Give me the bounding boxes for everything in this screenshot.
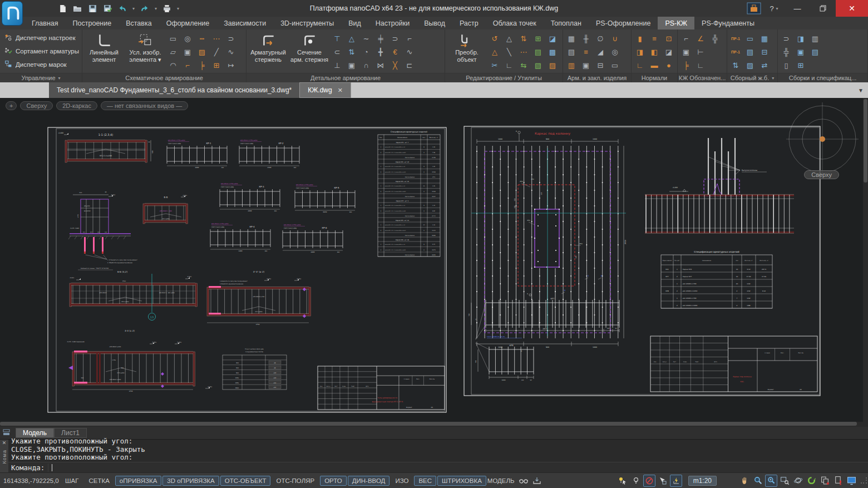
ribbon-tool-icon[interactable]: ⌐ [679, 32, 693, 45]
ribbon-tool-icon[interactable]: ↺ [488, 32, 501, 45]
ribbon-panel-label[interactable]: Арм. и закл. изделия [563, 73, 631, 82]
ribbon-tool-icon[interactable]: ╬ [780, 45, 793, 58]
ribbon-panel-label[interactable]: Сборный ж.б.▾ [727, 73, 777, 82]
ribbon-tool-icon[interactable]: ∩ [359, 58, 373, 72]
ribbon-tool-icon[interactable]: ▤ [743, 45, 757, 58]
status-toggle-ОТС-ОБЪЕКТ[interactable]: ОТС-ОБЪЕКТ [220, 476, 271, 486]
ribbon-tool-icon[interactable]: △ [488, 45, 501, 58]
ribbon-tool-icon[interactable]: ╱ [210, 45, 223, 58]
ribbon-tool-icon[interactable]: ⇅ [729, 58, 742, 72]
ribbon-tool-icon[interactable]: ◠ [166, 58, 180, 72]
ribbon-tool-icon[interactable]: ⊃ [388, 32, 402, 45]
command-input-row[interactable]: Команда: [8, 462, 868, 472]
ribbon-panel-label[interactable]: Редактирование / Утилиты [445, 73, 563, 82]
ribbon-tool-icon[interactable]: ⊃ [780, 32, 793, 45]
viewport-pill[interactable]: 2D-каркас [56, 101, 97, 110]
nanocad-logo[interactable] [2, 1, 23, 26]
close-button[interactable]: ✕ [836, 0, 868, 17]
ribbon-tool-icon[interactable]: ╋ [374, 45, 387, 58]
status-toggle-ИЗО[interactable]: ИЗО [391, 476, 413, 486]
ribbon-tool-icon[interactable]: ∠ [694, 32, 707, 45]
ribbon-tool-icon[interactable]: ⊞ [794, 58, 807, 72]
ribbon-tool-icon[interactable]: ⇅ [517, 32, 530, 45]
status-toggle-ОРТО[interactable]: ОРТО [320, 476, 347, 486]
ribbon-tool-icon[interactable]: ╲ [502, 45, 516, 58]
close-icon[interactable]: ✕ [338, 87, 343, 94]
copy-sheet-icon[interactable] [818, 475, 831, 487]
redo-icon[interactable] [138, 2, 151, 15]
ribbon-tool-icon[interactable]: ✂ [488, 58, 501, 72]
ribbon-tool-icon[interactable]: ▨ [743, 58, 757, 72]
ribbon-tool-icon[interactable]: ⌐ [403, 32, 416, 45]
ribbon-tool-icon[interactable]: ╫ [579, 32, 593, 45]
ribbon-tool-icon[interactable]: ▨ [546, 58, 559, 72]
scrollbar-thumb[interactable] [864, 99, 867, 183]
ribbon-big-button[interactable]: Преобр.объект [447, 31, 487, 72]
ribbon-panel-label[interactable]: Нормали [632, 73, 677, 82]
ribbon-tool-icon[interactable]: ∪ [608, 32, 622, 45]
ribbon-tool-icon[interactable]: ◨ [633, 45, 647, 58]
ribbon-tool-icon[interactable]: ▨ [195, 45, 209, 58]
ribbon-tool-icon[interactable]: △ [345, 32, 358, 45]
ribbon-tool-icon[interactable]: ▦ [565, 32, 578, 45]
ribbon-tool-icon[interactable]: ▤ [531, 45, 545, 58]
undo-icon[interactable] [116, 2, 129, 15]
ribbon-tool-icon[interactable]: ▣ [181, 45, 194, 58]
ribbon-tool-icon[interactable]: ⊂ [331, 45, 344, 58]
ribbon-tool-icon[interactable]: ▤ [808, 45, 822, 58]
ribbon-list-button[interactable]: Сортамент арматуры [3, 46, 79, 57]
viewport-pill[interactable]: — нет связанных видов — [101, 101, 188, 110]
zoom-search-icon[interactable] [752, 475, 764, 487]
horizontal-scrollbar[interactable] [0, 422, 868, 427]
ribbon-tab-Растр[interactable]: Растр [452, 17, 486, 29]
orbit-icon[interactable] [792, 475, 804, 487]
alert-doc-icon[interactable] [832, 475, 844, 487]
ribbon-tool-icon[interactable]: ⊢ [694, 45, 707, 58]
ribbon-tool-icon[interactable]: ▭ [166, 32, 180, 45]
ribbon-tool-icon[interactable]: ⌐ [181, 58, 194, 72]
ribbon-tool-icon[interactable]: ● [662, 58, 675, 72]
ribbon-tool-icon[interactable]: △ [502, 32, 516, 45]
minimize-button[interactable]: — [785, 0, 810, 17]
close-icon[interactable]: ✕ [2, 440, 7, 446]
ribbon-tab-PS-КЖ[interactable]: PS-КЖ [658, 17, 694, 29]
status-toggle-оПРИВЯЗКА[interactable]: оПРИВЯЗКА [115, 476, 162, 486]
ribbon-tool-icon[interactable]: ≡ [648, 32, 661, 45]
ribbon-big-button[interactable]: Арматурныйстержень [248, 31, 288, 72]
ribbon-tool-icon[interactable]: ПР-1 [729, 45, 742, 58]
ribbon-panel-label[interactable]: Схематичное армирование [82, 73, 246, 82]
ribbon-tool-icon[interactable]: ▮ [633, 32, 647, 45]
ribbon-tab-Топоплан[interactable]: Топоплан [544, 17, 589, 29]
document-tab[interactable]: КЖ.dwg✕ [299, 82, 351, 98]
ribbon-tool-icon[interactable]: ⊤ [331, 32, 344, 45]
ribbon-tool-icon[interactable]: ⋯ [210, 32, 223, 45]
ribbon-tab-Вставка[interactable]: Вставка [119, 17, 159, 29]
ribbon-tool-icon[interactable]: ▭ [608, 58, 622, 72]
ribbon-tool-icon[interactable]: ◎ [608, 45, 622, 58]
ribbon-tool-icon[interactable]: € [388, 45, 402, 58]
document-tab[interactable]: Test drive_nanoCAD Фундаменты_3_6_столб … [49, 82, 299, 98]
ribbon-tool-icon[interactable]: ◧ [648, 45, 661, 58]
space-mode-label[interactable]: МОДЕЛЬ [487, 477, 515, 484]
light-cursor-icon[interactable] [617, 475, 629, 487]
ribbon-tool-icon[interactable]: ▥ [808, 32, 822, 45]
viewport-add-view[interactable]: + [6, 101, 17, 110]
ribbon-tool-icon[interactable]: ∿ [403, 45, 416, 58]
ribbon-tool-icon[interactable]: ◨ [794, 32, 807, 45]
spectacles-icon[interactable] [517, 475, 530, 487]
help-button[interactable]: ? ▾ [763, 0, 785, 17]
ribbon-tool-icon[interactable]: ⊥ [331, 58, 344, 72]
tray-icon[interactable] [531, 475, 543, 487]
resize-grip[interactable] [860, 477, 868, 485]
ribbon-tool-icon[interactable]: ⊏ [403, 58, 416, 72]
ribbon-tool-icon[interactable]: ⇆ [517, 58, 530, 72]
undo-menu-icon[interactable]: ▾ [131, 6, 136, 11]
ribbon-panel-label[interactable]: Сборки и спецификац... [778, 73, 867, 82]
ribbon-big-button[interactable]: Сечениеарм. стержня [289, 31, 329, 72]
lightning-icon[interactable] [670, 475, 682, 487]
ribbon-tab-Вид[interactable]: Вид [341, 17, 368, 29]
ribbon-tool-icon[interactable]: ▭ [743, 32, 757, 45]
ribbon-tool-icon[interactable]: ⋯ [517, 45, 530, 58]
zoom-window-icon[interactable] [778, 475, 791, 487]
ribbon-panel-label[interactable]: Управление▾ [0, 73, 82, 82]
